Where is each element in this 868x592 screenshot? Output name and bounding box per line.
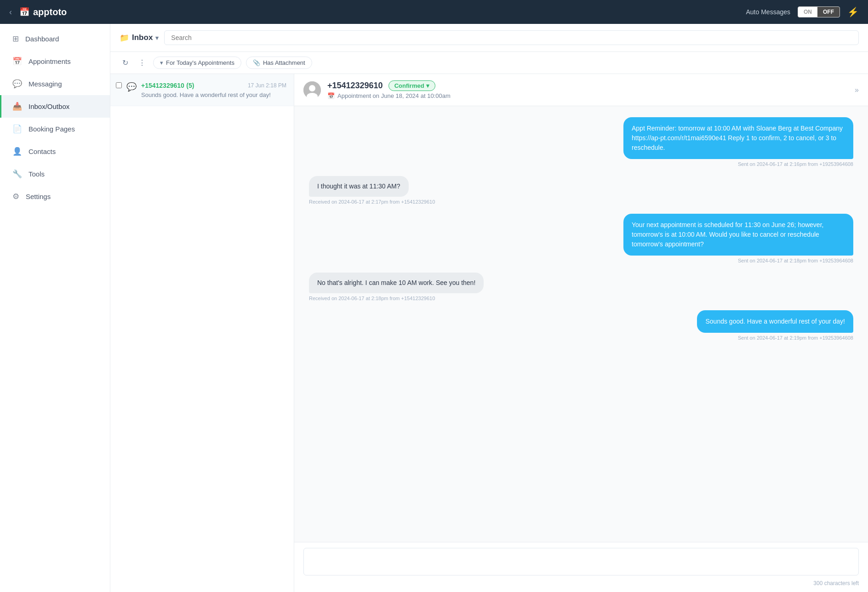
filter-bar: ↻ ⋮ ▾ For Today's Appointments 📎 Has Att…	[110, 52, 868, 74]
confirmed-label: Confirmed	[394, 82, 424, 89]
conversation-preview: Sounds good. Have a wonderful rest of yo…	[141, 91, 286, 98]
message-meta-3: Sent on 2024-06-17 at 2:18pm from +19253…	[738, 258, 853, 263]
message-block-3: Your next appointment is scheduled for 1…	[309, 214, 853, 263]
content-area: 📁 Inbox ▾ ↻ ⋮ ▾ For Today's Appointments…	[110, 24, 868, 592]
sidebar-label-booking: Booking Pages	[29, 125, 75, 133]
sidebar-label-tools: Tools	[29, 170, 45, 178]
conversation-item[interactable]: 💬 +15412329610 (5) 17 Jun 2:18 PM Sounds…	[110, 74, 294, 106]
message-block-2: I thought it was at 11:30 AM? Received o…	[309, 176, 853, 205]
appointments-icon: 📅	[12, 57, 22, 66]
chars-left-label: 300 characters left	[303, 580, 859, 586]
auto-messages-toggle[interactable]: ON OFF	[798, 6, 840, 17]
message-block-5: Sounds good. Have a wonderful rest of yo…	[309, 310, 853, 341]
chevron-down-icon: ▾	[160, 59, 163, 66]
main-layout: ⊞ Dashboard 📅 Appointments 💬 Messaging 📥…	[0, 24, 868, 592]
conv-count: (5)	[186, 82, 194, 89]
sidebar-item-dashboard[interactable]: ⊞ Dashboard	[0, 28, 110, 50]
toggle-off-label[interactable]: OFF	[817, 7, 839, 17]
sidebar-item-booking[interactable]: 📄 Booking Pages	[0, 118, 110, 140]
message-panel-header: +15412329610 Confirmed ▾ 📅 Appointment o…	[294, 74, 868, 106]
logo: 📅 apptoto	[19, 7, 67, 17]
contacts-icon: 👤	[12, 147, 22, 156]
panel-layout: 💬 +15412329610 (5) 17 Jun 2:18 PM Sounds…	[110, 74, 868, 592]
message-meta-4: Received on 2024-06-17 at 2:18pm from +1…	[309, 296, 435, 301]
message-bubble-outbound-1: Appt Reminder: tomorrow at 10:00 AM with…	[623, 117, 853, 159]
conversation-message-icon: 💬	[126, 82, 137, 92]
conversation-header-row: +15412329610 (5) 17 Jun 2:18 PM	[141, 81, 286, 90]
sidebar-label-dashboard: Dashboard	[25, 35, 59, 43]
message-block-4: No that's alright. I can make 10 AM work…	[309, 273, 853, 301]
refresh-button[interactable]: ↻	[120, 57, 131, 69]
sidebar-label-appointments: Appointments	[29, 57, 71, 65]
svg-point-1	[309, 85, 315, 91]
message-bubble-inbound-2: I thought it was at 11:30 AM?	[309, 176, 409, 197]
inbox-dropdown-icon[interactable]: ▾	[155, 34, 159, 41]
inbox-title-text: Inbox	[132, 33, 153, 42]
back-button[interactable]: ‹	[9, 7, 12, 17]
conversation-details: +15412329610 (5) 17 Jun 2:18 PM Sounds g…	[141, 81, 286, 98]
sidebar-item-messaging[interactable]: 💬 Messaging	[0, 73, 110, 95]
message-meta-5: Sent on 2024-06-17 at 2:19pm from +19253…	[738, 335, 853, 341]
message-meta-2: Received on 2024-06-17 at 2:17pm from +1…	[309, 199, 435, 205]
message-bubble-outbound-5: Sounds good. Have a wonderful rest of yo…	[697, 310, 853, 333]
message-bubble-outbound-3: Your next appointment is scheduled for 1…	[623, 214, 853, 256]
conversation-phone: +15412329610 (5)	[141, 81, 194, 90]
filter-today-appointments[interactable]: ▾ For Today's Appointments	[153, 57, 241, 69]
inbox-header: 📁 Inbox ▾	[110, 24, 868, 52]
sidebar-item-settings[interactable]: ⚙ Settings	[0, 185, 110, 208]
message-panel: +15412329610 Confirmed ▾ 📅 Appointment o…	[294, 74, 868, 592]
toggle-on-label[interactable]: ON	[798, 7, 817, 17]
inbox-icon: 📥	[12, 102, 22, 111]
folder-icon: 📁	[120, 33, 129, 43]
dashboard-icon: ⊞	[12, 34, 19, 44]
filter-has-attachment[interactable]: 📎 Has Attachment	[246, 57, 312, 69]
conversation-time: 17 Jun 2:18 PM	[248, 82, 286, 89]
message-bubble-inbound-4: No that's alright. I can make 10 AM work…	[309, 273, 484, 293]
top-nav-right: Auto Messages ON OFF ⚡	[746, 6, 859, 17]
filter-today-label: For Today's Appointments	[166, 59, 234, 66]
compose-textarea[interactable]	[303, 548, 859, 575]
booking-icon: 📄	[12, 124, 22, 134]
message-panel-phone: +15412329610	[327, 81, 383, 91]
confirmed-status-badge[interactable]: Confirmed ▾	[388, 80, 435, 91]
conversation-checkbox[interactable]	[116, 82, 122, 88]
logo-icon: 📅	[19, 7, 29, 17]
expand-button[interactable]: »	[855, 86, 859, 94]
sidebar-item-appointments[interactable]: 📅 Appointments	[0, 50, 110, 73]
sidebar-label-settings: Settings	[26, 193, 51, 200]
contact-avatar	[303, 81, 321, 99]
sidebar-item-tools[interactable]: 🔧 Tools	[0, 163, 110, 185]
sidebar-label-inbox: Inbox/Outbox	[29, 102, 69, 110]
conversation-list: 💬 +15412329610 (5) 17 Jun 2:18 PM Sounds…	[110, 74, 294, 592]
message-meta-1: Sent on 2024-06-17 at 2:16pm from +19253…	[738, 161, 853, 167]
appointment-info: 📅 Appointment on June 18, 2024 at 10:00a…	[327, 92, 451, 99]
compose-area: 300 characters left	[294, 542, 868, 592]
settings-icon: ⚙	[12, 192, 19, 201]
search-input[interactable]	[164, 30, 859, 45]
attachment-icon: 📎	[253, 59, 260, 66]
filter-attachment-label: Has Attachment	[263, 59, 305, 66]
sidebar-label-contacts: Contacts	[29, 148, 56, 155]
sidebar-label-messaging: Messaging	[29, 80, 62, 88]
logo-text: apptoto	[33, 7, 67, 17]
appointment-datetime: Appointment on June 18, 2024 at 10:00am	[337, 92, 451, 99]
sidebar-item-inbox[interactable]: 📥 Inbox/Outbox	[0, 95, 110, 118]
messages-area: Appt Reminder: tomorrow at 10:00 AM with…	[294, 106, 868, 542]
status-dropdown-icon: ▾	[426, 82, 429, 89]
message-block-1: Appt Reminder: tomorrow at 10:00 AM with…	[309, 117, 853, 167]
messaging-icon: 💬	[12, 79, 22, 89]
sidebar: ⊞ Dashboard 📅 Appointments 💬 Messaging 📥…	[0, 24, 110, 592]
sidebar-item-contacts[interactable]: 👤 Contacts	[0, 140, 110, 163]
more-options-button[interactable]: ⋮	[136, 57, 148, 69]
inbox-title: 📁 Inbox ▾	[120, 33, 159, 43]
conv-phone-number: +15412329610	[141, 82, 184, 89]
tools-icon: 🔧	[12, 169, 22, 179]
calendar-icon: 📅	[327, 92, 335, 99]
bolt-icon[interactable]: ⚡	[847, 6, 859, 17]
message-panel-contact-info: +15412329610 Confirmed ▾ 📅 Appointment o…	[327, 80, 451, 99]
auto-messages-label: Auto Messages	[746, 8, 791, 16]
top-nav: ‹ 📅 apptoto Auto Messages ON OFF ⚡	[0, 0, 868, 24]
